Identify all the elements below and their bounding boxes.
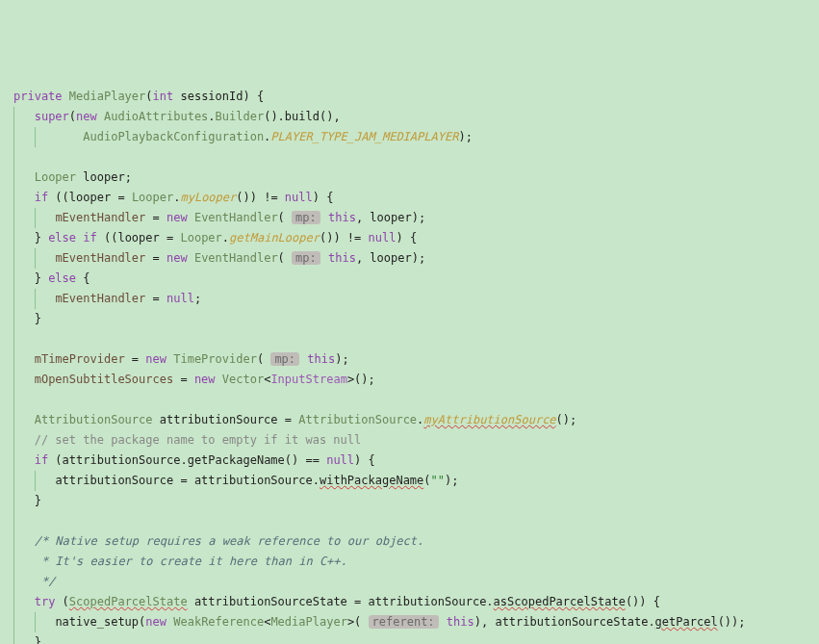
token: getMainLooper bbox=[229, 231, 320, 245]
token: myLooper bbox=[180, 191, 236, 204]
token: AudioAttributes bbox=[104, 110, 208, 123]
token: new bbox=[145, 615, 166, 629]
param-hint: mp: bbox=[270, 352, 299, 366]
token: this bbox=[447, 615, 474, 629]
token: withPackageName bbox=[320, 474, 423, 487]
token: TimeProvider bbox=[173, 352, 257, 366]
token: build bbox=[285, 110, 320, 123]
token: attributionSourceState bbox=[495, 615, 648, 629]
param-hint: referent: bbox=[369, 615, 439, 629]
token: getParcel bbox=[655, 615, 718, 629]
token: // set the package name to empty if it w… bbox=[35, 433, 362, 447]
token: sessionId bbox=[180, 90, 243, 103]
token: AudioPlaybackConfiguration bbox=[83, 130, 264, 143]
token: this bbox=[328, 251, 356, 265]
token: this bbox=[307, 352, 335, 366]
token: * It's easier to create it here than in … bbox=[35, 554, 347, 568]
token: Builder bbox=[216, 110, 265, 123]
token: looper bbox=[69, 191, 111, 204]
token: null bbox=[285, 191, 313, 204]
token: null bbox=[166, 292, 194, 305]
token: this bbox=[328, 211, 356, 224]
token: private bbox=[13, 90, 63, 103]
token: int bbox=[153, 90, 174, 103]
token: null bbox=[369, 231, 397, 245]
param-hint: mp: bbox=[292, 251, 320, 265]
token: mEventHandler bbox=[55, 292, 145, 305]
token: try bbox=[35, 595, 56, 608]
token: mOpenSubtitleSources bbox=[35, 373, 174, 386]
token: looper bbox=[83, 170, 124, 184]
token: "" bbox=[431, 474, 445, 487]
token: MediaPlayer bbox=[69, 90, 145, 103]
token: if bbox=[35, 191, 48, 204]
token: new bbox=[76, 110, 97, 123]
token: else bbox=[48, 231, 76, 245]
token: new bbox=[194, 373, 216, 386]
token: new bbox=[145, 352, 166, 366]
token: asScopedParcelState bbox=[494, 595, 626, 608]
token: mEventHandler bbox=[55, 251, 145, 265]
token: native_setup bbox=[55, 615, 139, 629]
token: attributionSource bbox=[194, 474, 313, 487]
code-editor: private MediaPlayer(int sessionId) { sup… bbox=[13, 87, 806, 644]
token: */ bbox=[35, 575, 56, 588]
token: EventHandler bbox=[194, 211, 278, 224]
token: Looper bbox=[35, 170, 76, 184]
token: Vector bbox=[222, 373, 264, 386]
token: myAttributionSource bbox=[423, 413, 555, 426]
token: WeakReference bbox=[173, 615, 264, 629]
token: attributionSource bbox=[63, 453, 181, 467]
param-hint: mp: bbox=[292, 211, 320, 224]
token: super bbox=[35, 110, 69, 123]
token: attributionSource bbox=[55, 474, 173, 487]
token: getPackageName bbox=[188, 453, 285, 467]
token: looper bbox=[117, 231, 159, 245]
token: attributionSource bbox=[160, 413, 278, 426]
token: attributionSourceState bbox=[194, 595, 347, 608]
token: new bbox=[166, 251, 188, 265]
token: looper bbox=[370, 251, 411, 265]
token: AttributionSource bbox=[298, 413, 417, 426]
token: mTimeProvider bbox=[35, 352, 125, 366]
token: if bbox=[35, 453, 48, 467]
token: ScopedParcelState bbox=[69, 595, 188, 608]
token: attributionSource bbox=[369, 595, 487, 608]
token: else bbox=[48, 271, 76, 285]
token: /* Native setup requires a weak referenc… bbox=[35, 534, 424, 548]
token: PLAYER_TYPE_JAM_MEDIAPLAYER bbox=[270, 130, 458, 143]
token: Looper bbox=[180, 231, 221, 245]
token: looper bbox=[370, 211, 411, 224]
token: if bbox=[83, 231, 96, 245]
token: InputStream bbox=[270, 373, 346, 386]
token: new bbox=[166, 211, 188, 224]
token: MediaPlayer bbox=[270, 615, 346, 629]
token: EventHandler bbox=[194, 251, 278, 265]
token: AttributionSource bbox=[35, 413, 153, 426]
token: Looper bbox=[132, 191, 173, 204]
token: mEventHandler bbox=[55, 211, 145, 224]
token: null bbox=[326, 453, 354, 467]
